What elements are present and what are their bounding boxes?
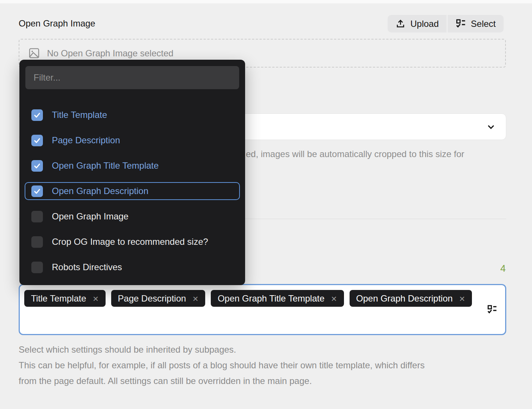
filter-input[interactable] — [25, 66, 239, 89]
tag-open-graph-description[interactable]: Open Graph Description✕ — [350, 290, 472, 307]
checkbox-unchecked[interactable] — [31, 262, 43, 273]
settings-page: Open Graph Image Upload Sele — [0, 0, 532, 409]
field-title: Open Graph Image — [19, 18, 95, 29]
popover-option-open-graph-title-template[interactable]: Open Graph Title Template — [25, 157, 240, 175]
tag-label: Open Graph Title Template — [218, 293, 324, 304]
tag-remove-button[interactable]: ✕ — [193, 295, 199, 303]
tag-remove-button[interactable]: ✕ — [93, 295, 99, 303]
select-button-label: Select — [471, 19, 496, 29]
field-instructions: Select which settings should be inherite… — [19, 342, 425, 389]
popover-option-robots-directives[interactable]: Robots Directives — [25, 258, 240, 276]
tag-page-description[interactable]: Page Description✕ — [111, 290, 206, 307]
popover-option-label: Crop OG Image to recommended size? — [52, 237, 208, 247]
asset-placeholder-text: No Open Graph Image selected — [47, 48, 173, 59]
checkbox-checked[interactable] — [31, 185, 43, 197]
select-button[interactable]: Select — [448, 15, 504, 32]
popover-option-label: Title Template — [52, 110, 107, 120]
checklist-icon — [456, 19, 466, 29]
tag-remove-button[interactable]: ✕ — [331, 295, 337, 303]
instructions-line: from the page default. All settings can … — [19, 373, 425, 389]
instructions-line: This can be helpful, for example, if all… — [19, 358, 425, 373]
popover-option-page-description[interactable]: Page Description — [25, 131, 240, 149]
checkbox-checked[interactable] — [31, 160, 43, 172]
popover-option-list: Title TemplatePage DescriptionOpen Graph… — [19, 106, 245, 276]
instructions-line: Select which settings should be inherite… — [19, 342, 425, 358]
filter-field — [25, 66, 239, 89]
popover-option-open-graph-description[interactable]: Open Graph Description — [25, 182, 240, 200]
popover-option-open-graph-image[interactable]: Open Graph Image — [25, 207, 240, 225]
tag-label: Page Description — [118, 293, 186, 304]
upload-button[interactable]: Upload — [388, 15, 447, 32]
popover-option-label: Open Graph Image — [52, 211, 128, 222]
chevron-down-icon — [486, 122, 496, 132]
popover-option-crop-og-image-to-recommended-size[interactable]: Crop OG Image to recommended size? — [25, 233, 240, 251]
tag-title-template[interactable]: Title Template✕ — [24, 290, 106, 307]
popover-option-label: Open Graph Description — [52, 186, 148, 196]
popover-option-label: Robots Directives — [52, 262, 122, 272]
image-icon — [28, 47, 40, 59]
checkbox-checked[interactable] — [31, 135, 43, 146]
checkbox-unchecked[interactable] — [31, 236, 43, 248]
asset-toolbar: Upload Select — [388, 15, 504, 32]
checkbox-unchecked[interactable] — [31, 211, 43, 222]
inherit-options-popover: Title TemplatePage DescriptionOpen Graph… — [19, 60, 245, 285]
tag-open-graph-title-template[interactable]: Open Graph Title Template✕ — [211, 290, 344, 307]
popover-option-label: Open Graph Title Template — [52, 160, 159, 171]
checklist-toggle-icon[interactable] — [487, 305, 497, 315]
inherited-settings-tags-field[interactable]: Title Template✕Page Description✕Open Gra… — [19, 284, 506, 335]
popover-option-label: Page Description — [52, 135, 120, 146]
cropped-help-text: ed, images will be automatically cropped… — [246, 149, 464, 159]
tag-remove-button[interactable]: ✕ — [459, 295, 465, 303]
selected-count: 4 — [500, 263, 506, 274]
popover-option-title-template[interactable]: Title Template — [25, 106, 240, 124]
checkbox-checked[interactable] — [31, 109, 43, 121]
tag-label: Open Graph Description — [356, 293, 453, 304]
upload-icon — [395, 19, 406, 29]
tag-label: Title Template — [31, 293, 86, 304]
upload-button-label: Upload — [410, 19, 439, 29]
top-edge-strip — [0, 0, 532, 3]
